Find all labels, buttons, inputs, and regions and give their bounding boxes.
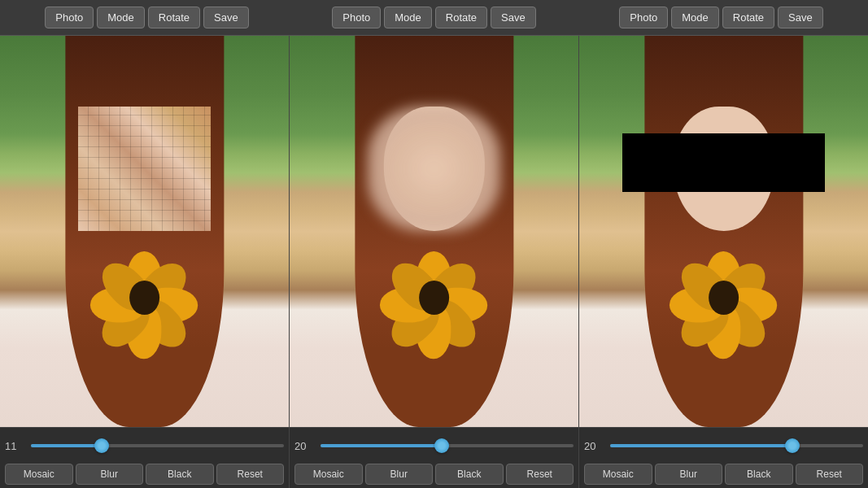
controls-1: 11 Mosaic Blur Black Reset — [0, 427, 289, 488]
hair-1 — [65, 36, 224, 427]
slider-row-2: 20 — [294, 434, 574, 457]
controls-3: 20 Mosaic Blur Black Reset — [579, 427, 868, 488]
mosaic-button-2[interactable]: Mosaic — [294, 464, 363, 485]
slider-thumb-3[interactable] — [785, 438, 800, 453]
panel-mosaic: 11 Mosaic Blur Black Reset — [0, 36, 290, 488]
black-button-1[interactable]: Black — [146, 464, 214, 485]
reset-button-1[interactable]: Reset — [216, 464, 285, 485]
black-button-2[interactable]: Black — [435, 464, 504, 485]
slider-value-2: 20 — [294, 440, 314, 452]
slider-row-3: 20 — [584, 434, 863, 457]
reset-button-2[interactable]: Reset — [506, 464, 574, 485]
controls-2: 20 Mosaic Blur Black Reset — [290, 427, 578, 488]
rotate-button-3[interactable]: Rotate — [722, 7, 774, 28]
toolbar-group-3: Photo Mode Rotate Save — [578, 7, 865, 28]
photo-bg-3 — [579, 36, 868, 427]
photo-area-1[interactable] — [0, 36, 289, 427]
photo-bg-2 — [290, 36, 578, 427]
flower-1 — [101, 251, 188, 349]
rotate-button-2[interactable]: Rotate — [435, 7, 487, 28]
panel-black: 20 Mosaic Blur Black Reset — [579, 36, 868, 488]
save-button-1[interactable]: Save — [203, 7, 249, 28]
blur-button-2[interactable]: Blur — [365, 464, 434, 485]
blur-effect-overlay — [368, 107, 500, 232]
save-button-3[interactable]: Save — [778, 7, 823, 28]
slider-fill-3 — [610, 444, 792, 447]
slider-fill-1 — [31, 444, 102, 447]
reset-button-3[interactable]: Reset — [796, 464, 864, 485]
slider-fill-2 — [321, 444, 442, 447]
photo-button-3[interactable]: Photo — [619, 7, 668, 28]
blur-button-3[interactable]: Blur — [655, 464, 723, 485]
btn-row-2: Mosaic Blur Black Reset — [294, 464, 574, 485]
top-toolbar: Photo Mode Rotate Save Photo Mode Rotate… — [0, 0, 868, 36]
btn-row-3: Mosaic Blur Black Reset — [584, 464, 863, 485]
flower-3 — [680, 251, 767, 349]
slider-value-1: 11 — [5, 440, 24, 452]
toolbar-group-2: Photo Mode Rotate Save — [290, 7, 578, 28]
btn-row-1: Mosaic Blur Black Reset — [5, 464, 284, 485]
slider-track-3[interactable] — [610, 444, 863, 447]
rotate-button-1[interactable]: Rotate — [148, 7, 200, 28]
photo-button-1[interactable]: Photo — [45, 7, 94, 28]
toolbar-group-1: Photo Mode Rotate Save — [3, 7, 290, 28]
black-effect-overlay — [622, 133, 825, 192]
mosaic-button-3[interactable]: Mosaic — [584, 464, 652, 485]
blur-button-1[interactable]: Blur — [76, 464, 144, 485]
slider-value-3: 20 — [584, 440, 604, 452]
hair-3 — [644, 36, 803, 427]
photo-area-3[interactable] — [579, 36, 868, 427]
mode-button-2[interactable]: Mode — [384, 7, 432, 28]
slider-row-1: 11 — [5, 434, 284, 457]
save-button-2[interactable]: Save — [491, 7, 536, 28]
slider-thumb-1[interactable] — [94, 438, 109, 453]
photo-area-2[interactable] — [290, 36, 578, 427]
mosaic-button-1[interactable]: Mosaic — [5, 464, 73, 485]
slider-track-1[interactable] — [31, 444, 284, 447]
slider-thumb-2[interactable] — [434, 438, 449, 453]
black-button-3[interactable]: Black — [725, 464, 793, 485]
slider-track-2[interactable] — [321, 444, 574, 447]
mode-button-1[interactable]: Mode — [97, 7, 145, 28]
flower-2 — [390, 251, 478, 349]
mosaic-effect-overlay — [78, 107, 211, 232]
main-panels: 11 Mosaic Blur Black Reset — [0, 36, 868, 488]
mode-button-3[interactable]: Mode — [671, 7, 719, 28]
photo-bg-1 — [0, 36, 289, 427]
hair-2 — [355, 36, 513, 427]
photo-button-2[interactable]: Photo — [332, 7, 381, 28]
panel-blur: 20 Mosaic Blur Black Reset — [290, 36, 579, 488]
